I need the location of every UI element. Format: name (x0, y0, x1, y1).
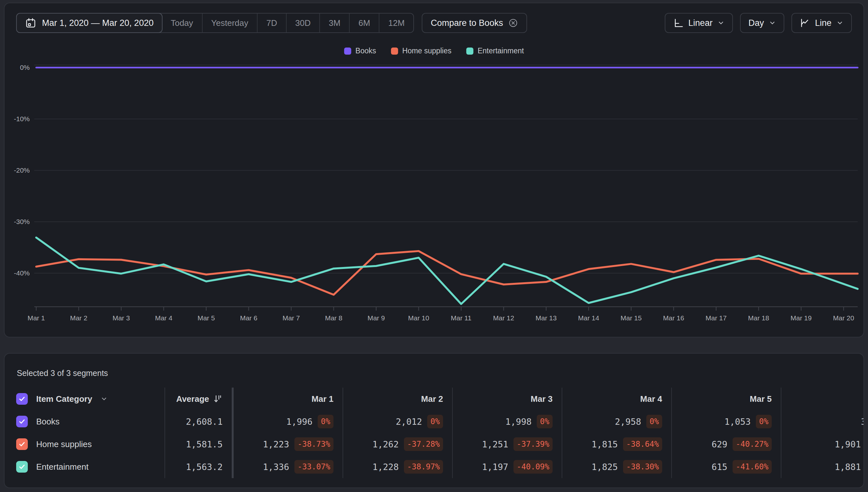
value-cell: 1,901-3 (782, 433, 864, 456)
cell-value: 1,336 (263, 462, 289, 472)
date-filter-group: Mar 1, 2020 — Mar 20, 2020 TodayYesterda… (16, 13, 414, 33)
y-axis-label: 0% (20, 64, 30, 71)
row-checkbox[interactable] (16, 438, 28, 450)
date-column-header-mar-5: Mar 5 (672, 388, 782, 410)
preset-7d[interactable]: 7D (257, 14, 286, 32)
category-chevron-icon[interactable] (101, 395, 108, 402)
date-headers: Mar 1Mar 2Mar 3Mar 4Mar 5 (234, 388, 864, 410)
segments-table: Item Category Average Mar 1Mar 2Mar 3Mar… (4, 388, 864, 478)
row-checkbox[interactable] (16, 416, 28, 427)
delta-badge: 0% (646, 415, 662, 428)
legend-label: Entertainment (478, 47, 524, 55)
cell-value: 629 (712, 439, 727, 449)
delta-badge: -40.27% (733, 437, 772, 451)
average-cell: 2,608.1 (165, 410, 234, 433)
granularity-label: Day (748, 18, 764, 28)
row-checkbox[interactable] (16, 461, 28, 473)
preset-30d[interactable]: 30D (286, 14, 320, 32)
legend-item-books[interactable]: Books (344, 47, 376, 55)
value-cell: 1,228-38.97% (343, 456, 453, 478)
legend-swatch (391, 48, 398, 55)
x-axis-label: Mar 9 (367, 314, 385, 322)
x-axis-label: Mar 2 (70, 314, 87, 322)
preset-12m[interactable]: 12M (379, 14, 413, 32)
value-cell: 1,881-4 (782, 456, 864, 478)
cell-value: 1,996 (286, 417, 312, 427)
delta-badge: -37.39% (513, 437, 553, 451)
sort-descending-icon (213, 394, 223, 404)
compare-button[interactable]: Compare to Books (422, 13, 527, 33)
preset-today[interactable]: Today (162, 14, 202, 32)
cell-value: 1,825 (592, 462, 618, 472)
value-cell: 1,815-38.64% (562, 433, 672, 456)
cell-value: 1,881 (835, 462, 861, 472)
table-header-row: Item Category Average Mar 1Mar 2Mar 3Mar… (4, 388, 864, 410)
legend-swatch (466, 48, 474, 55)
axis-icon (673, 18, 684, 28)
x-axis-label: Mar 4 (155, 314, 173, 322)
row-label: Home supplies (36, 439, 92, 449)
scale-select[interactable]: Linear (665, 13, 733, 33)
cell-value: 1,197 (482, 462, 508, 472)
y-axis-label: -20% (14, 167, 30, 174)
table-row-home-supplies: Home supplies1,581.51,223-38.73%1,262-37… (4, 433, 864, 456)
date-column-header-mar-3: Mar 3 (453, 388, 562, 410)
value-cell: 1,0530% (672, 410, 782, 433)
category-header-cell[interactable]: Item Category (4, 388, 165, 410)
chevron-down-icon (769, 19, 776, 26)
value-cell: 1,262-37.28% (343, 433, 453, 456)
preset-6m[interactable]: 6M (349, 14, 379, 32)
compare-clear-icon[interactable] (508, 18, 518, 28)
legend-item-home-supplies[interactable]: Home supplies (391, 47, 452, 55)
cell-value: 1,998 (505, 417, 532, 427)
trend-icon (800, 18, 810, 28)
cell-value: 2,012 (396, 417, 422, 427)
average-value: 2,608.1 (186, 417, 223, 427)
date-presets: TodayYesterday7D30D3M6M12M (162, 14, 413, 32)
value-cell: 1,197-40.09% (453, 456, 562, 478)
average-cell: 1,581.5 (165, 433, 234, 456)
cell-value: 1,228 (373, 462, 399, 472)
check-icon (19, 395, 26, 402)
preset-yesterday[interactable]: Yesterday (202, 14, 257, 32)
y-axis-label: -30% (14, 218, 30, 225)
date-range-button[interactable]: Mar 1, 2020 — Mar 20, 2020 (16, 13, 162, 33)
calendar-icon (25, 18, 36, 28)
value-cell: 1,223-38.73% (234, 433, 343, 456)
x-axis-label: Mar 7 (282, 314, 300, 322)
date-cells: 1,9960%2,0120%1,9980%2,9580%1,0530%3,15 (234, 410, 864, 433)
legend-label: Books (355, 47, 376, 55)
y-axis-label: -10% (14, 115, 30, 123)
delta-badge: -38.64% (623, 437, 662, 451)
date-header-label: Mar 1 (311, 394, 333, 404)
select-all-checkbox[interactable] (16, 393, 28, 405)
x-axis-label: Mar 16 (663, 314, 684, 322)
x-axis-label: Mar 3 (112, 314, 130, 322)
table-row-entertainment: Entertainment1,563.21,336-33.07%1,228-38… (4, 456, 864, 478)
row-label: Books (36, 417, 59, 427)
x-axis-label: Mar 12 (493, 314, 514, 322)
delta-badge: -37.28% (404, 437, 443, 451)
preset-3m[interactable]: 3M (319, 14, 349, 32)
x-axis-label: Mar 14 (578, 314, 599, 322)
average-header-cell[interactable]: Average (165, 388, 234, 410)
cell-value: 2,958 (615, 417, 641, 427)
chart-type-select[interactable]: Line (791, 13, 852, 33)
legend-item-entertainment[interactable]: Entertainment (466, 47, 524, 55)
value-cell: 1,9980% (453, 410, 562, 433)
delta-badge: -41.60% (733, 460, 772, 473)
granularity-select[interactable]: Day (740, 13, 784, 33)
value-cell: 2,9580% (562, 410, 672, 433)
chart-type-label: Line (815, 18, 832, 28)
x-axis-label: Mar 1 (27, 314, 45, 322)
check-icon (19, 463, 26, 470)
delta-badge: -40.09% (513, 460, 553, 473)
value-cell: 1,9960% (234, 410, 343, 433)
date-header-label: Mar 3 (531, 394, 553, 404)
chart-controls: Linear Day (665, 13, 852, 33)
x-axis-label: Mar 20 (833, 314, 854, 322)
cell-value: 1,223 (263, 439, 289, 449)
x-axis-label: Mar 17 (706, 314, 726, 322)
legend: BooksHome suppliesEntertainment (344, 47, 524, 55)
legend-label: Home supplies (402, 47, 452, 55)
